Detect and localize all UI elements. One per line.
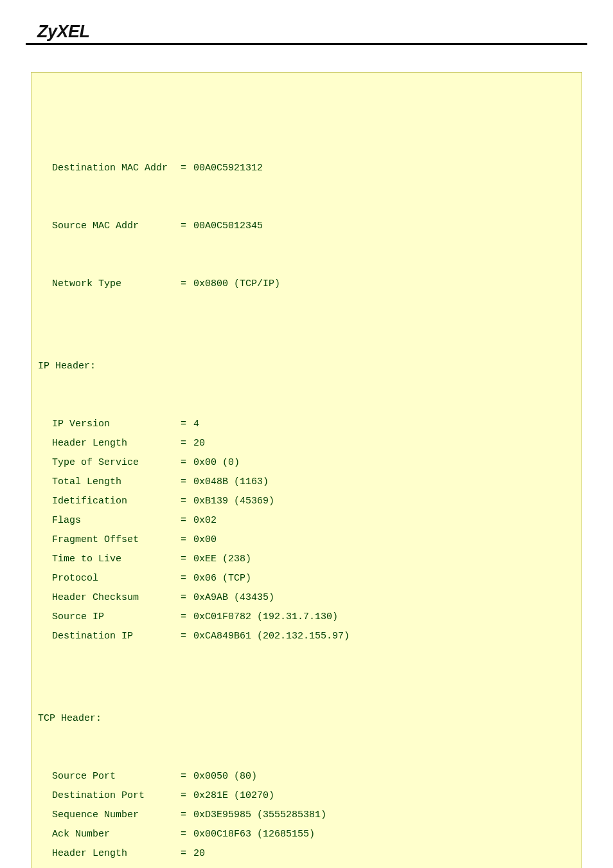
tcp-row-2-value: 0xD3E95985 (3555285381)	[193, 806, 326, 825]
ip-row-0-value: 4	[193, 415, 199, 434]
tcp-row-5-value: 0x19 (.AP..F)	[193, 863, 269, 868]
mac-net-label: Network Type	[52, 275, 181, 294]
tcp-row-0-value: 0x0050 (80)	[193, 767, 257, 786]
tcp-row-3-label: Ack Number	[52, 825, 181, 844]
ip-row-6: Fragment Offset= 0x00	[38, 530, 575, 550]
ip-row-4-value: 0xB139 (45369)	[193, 492, 274, 511]
ip-row-7-label: Time to Live	[52, 550, 181, 569]
tcp-header-title: TCP Header:	[38, 709, 575, 728]
ip-row-9: Header Checksum= 0xA9AB (43435)	[38, 588, 575, 608]
tcp-row-5-label: Flags	[52, 863, 181, 868]
tcp-row-3-value: 0x00C18F63 (12685155)	[193, 825, 315, 844]
ip-row-10: Source IP= 0xC01F0782 (192.31.7.130)	[38, 608, 575, 627]
ip-row-5: Flags= 0x02	[38, 511, 575, 530]
ip-row-11-value: 0xCA849B61 (202.132.155.97)	[193, 627, 350, 646]
ip-row-5-value: 0x02	[193, 511, 217, 530]
ip-row-3-label: Total Length	[52, 473, 181, 492]
ip-row-2-label: Type of Service	[52, 453, 181, 473]
ip-row-2: Type of Service= 0x00 (0)	[38, 453, 575, 473]
ip-row-9-value: 0xA9AB (43435)	[193, 588, 274, 608]
ip-row-4: Idetification= 0xB139 (45369)	[38, 492, 575, 511]
ip-row-2-value: 0x00 (0)	[193, 453, 240, 473]
ip-row-1-value: 20	[193, 434, 205, 453]
mac-dest-value: 00A0C5921312	[193, 159, 263, 178]
mac-net-value: 0x0800 (TCP/IP)	[193, 275, 280, 294]
packet-dump-box: Destination MAC Addr= 00A0C5921312 Sourc…	[31, 72, 582, 868]
ip-row-5-label: Flags	[52, 511, 181, 530]
brand-logo-text: ZyXEL	[26, 22, 587, 42]
mac-dest-label: Destination MAC Addr	[52, 159, 181, 178]
header-rule	[26, 43, 587, 45]
mac-src-label: Source MAC Addr	[52, 217, 181, 236]
ip-row-0-label: IP Version	[52, 415, 181, 434]
tcp-row-1: Destination Port= 0x281E (10270)	[38, 786, 575, 806]
ip-row-1: Header Length= 20	[38, 434, 575, 453]
tcp-row-0-label: Source Port	[52, 767, 181, 786]
tcp-row-4-value: 20	[193, 844, 205, 863]
ip-row-11-label: Destination IP	[52, 627, 181, 646]
ip-row-10-label: Source IP	[52, 608, 181, 627]
tcp-row-2-label: Sequence Number	[52, 806, 181, 825]
tcp-row-0: Source Port= 0x0050 (80)	[38, 767, 575, 786]
mac-src-row: Source MAC Addr= 00A0C5012345	[38, 217, 575, 236]
mac-dest-row: Destination MAC Addr= 00A0C5921312	[38, 159, 575, 178]
ip-row-6-value: 0x00	[193, 530, 217, 550]
ip-row-1-label: Header Length	[52, 434, 181, 453]
ip-row-8-value: 0x06 (TCP)	[193, 569, 251, 588]
ip-row-8-label: Protocol	[52, 569, 181, 588]
mac-net-row: Network Type= 0x0800 (TCP/IP)	[38, 275, 575, 294]
tcp-row-1-label: Destination Port	[52, 786, 181, 806]
ip-row-3: Total Length= 0x048B (1163)	[38, 473, 575, 492]
ip-row-4-label: Idetification	[52, 492, 181, 511]
ip-row-0: IP Version= 4	[38, 415, 575, 434]
ip-row-10-value: 0xC01F0782 (192.31.7.130)	[193, 608, 338, 627]
ip-header-title: IP Header:	[38, 357, 575, 376]
ip-row-11: Destination IP= 0xCA849B61 (202.132.155.…	[38, 627, 575, 646]
ip-row-6-label: Fragment Offset	[52, 530, 181, 550]
tcp-row-4: Header Length= 20	[38, 844, 575, 863]
ip-row-7-value: 0xEE (238)	[193, 550, 251, 569]
ip-row-9-label: Header Checksum	[52, 588, 181, 608]
tcp-row-4-label: Header Length	[52, 844, 181, 863]
tcp-row-3: Ack Number= 0x00C18F63 (12685155)	[38, 825, 575, 844]
ip-row-7: Time to Live= 0xEE (238)	[38, 550, 575, 569]
ip-row-8: Protocol= 0x06 (TCP)	[38, 569, 575, 588]
tcp-row-1-value: 0x281E (10270)	[193, 786, 274, 806]
tcp-row-5: Flags= 0x19 (.AP..F)	[38, 863, 575, 868]
mac-src-value: 00A0C5012345	[193, 217, 263, 236]
ip-row-3-value: 0x048B (1163)	[193, 473, 269, 492]
tcp-row-2: Sequence Number= 0xD3E95985 (3555285381)	[38, 806, 575, 825]
